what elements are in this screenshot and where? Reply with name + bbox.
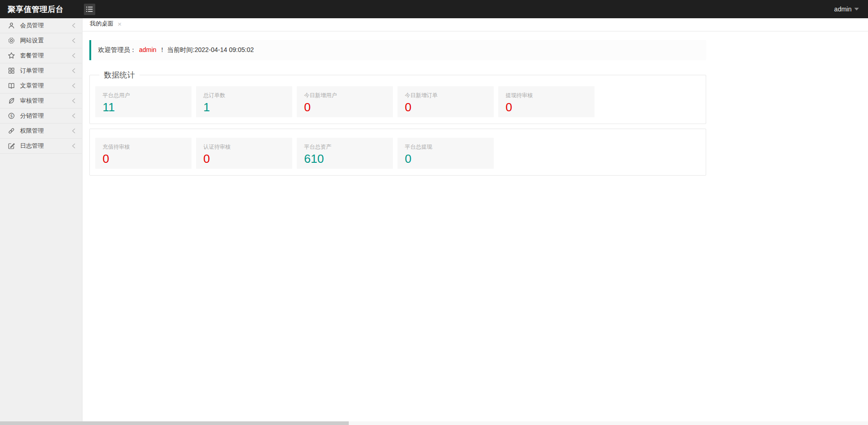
stat-card-value: 0 xyxy=(103,152,184,166)
stat-card: 认证待审核0 xyxy=(196,138,292,169)
chevron-left-icon xyxy=(72,83,76,88)
svg-text:$: $ xyxy=(10,114,13,118)
leaf-icon xyxy=(7,97,15,105)
sidebar-item-label: 网站设置 xyxy=(20,36,72,45)
sidebar-item-distribution[interactable]: $分销管理 xyxy=(0,109,82,124)
sidebar-item-logs[interactable]: 日志管理 xyxy=(0,139,82,154)
chevron-left-icon xyxy=(72,53,76,58)
stat-card-label: 总订单数 xyxy=(203,92,285,99)
stat-card: 总订单数1 xyxy=(196,86,292,117)
stat-card-label: 提现待审核 xyxy=(506,92,587,99)
stat-card-value: 1 xyxy=(203,101,285,114)
sidebar-item-label: 审核管理 xyxy=(20,97,72,105)
sidebar-menu: 会员管理网站设置套餐管理订单管理文章管理审核管理$分销管理权限管理日志管理 xyxy=(0,18,82,154)
chevron-left-icon xyxy=(72,38,76,43)
welcome-prefix: 欢迎管理员： xyxy=(98,46,136,53)
sidebar-item-site-settings[interactable]: 网站设置 xyxy=(0,33,82,48)
sidebar-toggle-button[interactable] xyxy=(84,4,95,15)
gear-icon xyxy=(7,37,15,45)
stat-card: 今日新增订单0 xyxy=(398,86,494,117)
sidebar-item-label: 套餐管理 xyxy=(20,52,72,60)
sidebar-item-orders[interactable]: 订单管理 xyxy=(0,63,82,78)
stat-card: 充值待审核0 xyxy=(95,138,191,169)
chevron-left-icon xyxy=(72,23,76,28)
link-icon xyxy=(7,127,15,135)
chevron-left-icon xyxy=(72,128,76,134)
topbar: 聚享值管理后台 admin xyxy=(0,0,868,18)
stat-card-value: 11 xyxy=(103,101,184,114)
content-area: 欢迎管理员： admin ！ 当前时间:2022-04-14 09:05:02 … xyxy=(83,31,868,176)
close-icon[interactable]: × xyxy=(118,21,122,27)
stats-section-2: 充值待审核0认证待审核0平台总资产610平台总提现0 xyxy=(89,129,706,176)
star-icon xyxy=(7,52,15,60)
list-icon xyxy=(86,6,93,12)
stat-card-value: 610 xyxy=(304,152,386,166)
stat-card-label: 平台总提现 xyxy=(405,143,486,151)
stat-card-label: 平台总资产 xyxy=(304,143,386,151)
sidebar: 会员管理网站设置套餐管理订单管理文章管理审核管理$分销管理权限管理日志管理 xyxy=(0,18,83,425)
stat-card-label: 平台总用户 xyxy=(103,92,184,99)
tab-my-desktop[interactable]: 我的桌面 × xyxy=(89,20,124,31)
stat-card-value: 0 xyxy=(203,152,285,166)
stat-card-label: 认证待审核 xyxy=(203,143,285,151)
dollar-circle-icon: $ xyxy=(7,112,15,120)
stat-card: 平台总资产610 xyxy=(297,138,393,169)
stat-card-value: 0 xyxy=(405,152,486,166)
chevron-left-icon xyxy=(72,143,76,149)
book-icon xyxy=(7,82,15,90)
chevron-left-icon xyxy=(72,113,76,119)
sidebar-item-packages[interactable]: 套餐管理 xyxy=(0,48,82,63)
sidebar-item-label: 分销管理 xyxy=(20,112,72,120)
stat-card-label: 今日新增订单 xyxy=(405,92,486,99)
sidebar-item-permissions[interactable]: 权限管理 xyxy=(0,124,82,139)
main-panel: 我的桌面 × 欢迎管理员： admin ！ 当前时间:2022-04-14 09… xyxy=(83,18,868,425)
tab-bar: 我的桌面 × xyxy=(83,18,868,31)
username: admin xyxy=(834,5,852,13)
edit-icon xyxy=(7,142,15,150)
sidebar-item-label: 文章管理 xyxy=(20,82,72,90)
stats-section-title: 数据统计 xyxy=(99,70,140,80)
welcome-suffix: ！ 当前时间:2022-04-14 09:05:02 xyxy=(159,46,254,53)
horizontal-scrollbar[interactable] xyxy=(0,421,868,425)
sidebar-item-label: 日志管理 xyxy=(20,142,72,150)
stat-card-label: 充值待审核 xyxy=(103,143,184,151)
stat-card-value: 0 xyxy=(506,101,587,114)
stat-card-value: 0 xyxy=(405,101,486,114)
stats-section: 数据统计 平台总用户11总订单数1今日新增用户0今日新增订单0提现待审核0 xyxy=(89,70,706,124)
user-icon xyxy=(7,22,15,30)
horizontal-scrollbar-thumb[interactable] xyxy=(0,421,349,425)
chevron-left-icon xyxy=(72,98,76,104)
stat-card-value: 0 xyxy=(304,101,386,114)
stat-card: 平台总提现0 xyxy=(398,138,494,169)
stat-card: 今日新增用户0 xyxy=(297,86,393,117)
grid-icon xyxy=(7,67,15,75)
welcome-banner: 欢迎管理员： admin ！ 当前时间:2022-04-14 09:05:02 xyxy=(89,40,706,60)
user-menu[interactable]: admin xyxy=(834,5,868,13)
stat-card-label: 今日新增用户 xyxy=(304,92,386,99)
sidebar-item-label: 会员管理 xyxy=(20,21,72,30)
caret-down-icon xyxy=(854,8,859,10)
app-title: 聚享值管理后台 xyxy=(0,4,83,15)
sidebar-item-members[interactable]: 会员管理 xyxy=(0,18,82,33)
sidebar-item-label: 订单管理 xyxy=(20,67,72,75)
sidebar-item-articles[interactable]: 文章管理 xyxy=(0,78,82,93)
stat-card: 平台总用户11 xyxy=(95,86,191,117)
stats-row-1: 平台总用户11总订单数1今日新增用户0今日新增订单0提现待审核0 xyxy=(95,86,701,117)
stat-card: 提现待审核0 xyxy=(498,86,594,117)
sidebar-item-audit[interactable]: 审核管理 xyxy=(0,93,82,109)
chevron-left-icon xyxy=(72,68,76,73)
welcome-username: admin xyxy=(139,46,156,53)
sidebar-item-label: 权限管理 xyxy=(20,127,72,135)
stats-row-2: 充值待审核0认证待审核0平台总资产610平台总提现0 xyxy=(95,138,701,169)
tab-label: 我的桌面 xyxy=(90,20,114,28)
